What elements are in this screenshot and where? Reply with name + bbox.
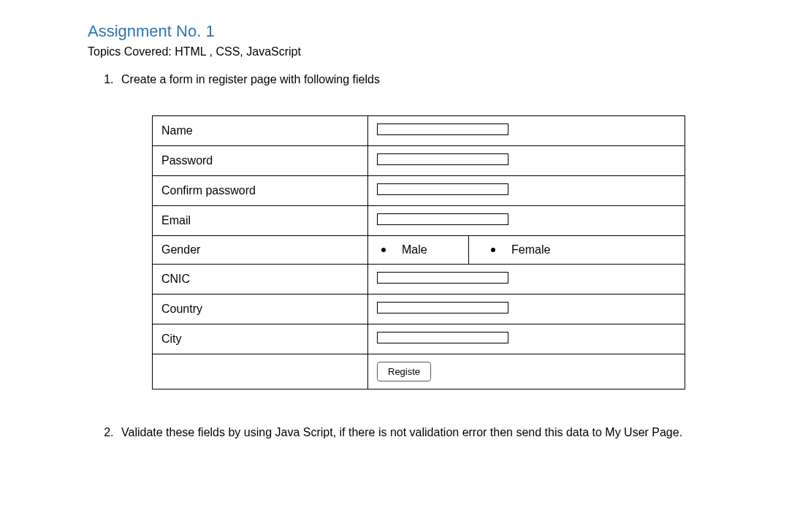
gender-option-male[interactable]: Male: [359, 236, 469, 264]
row-cnic: CNIC: [153, 265, 685, 294]
label-password: Password: [153, 146, 368, 176]
label-email: Email: [153, 206, 368, 236]
task-item-1: Create a form in register page with foll…: [117, 73, 701, 390]
task-item-2: Validate these fields by using Java Scri…: [117, 426, 701, 439]
gender-option-female[interactable]: Female: [469, 236, 559, 264]
label-gender: Gender: [153, 236, 368, 265]
assignment-heading: Assignment No. 1: [88, 22, 701, 41]
bullet-icon: [381, 248, 386, 252]
label-cnic: CNIC: [153, 265, 368, 294]
label-empty: [153, 354, 368, 390]
register-button[interactable]: Registe: [377, 362, 431, 381]
cell-email-input: [368, 206, 685, 236]
label-city: City: [153, 324, 368, 354]
form-table-wrap: Name Password Confirm password: [152, 115, 701, 390]
cell-confirm-input: [368, 176, 685, 206]
gender-female-label: Female: [511, 243, 550, 256]
email-input[interactable]: [377, 213, 508, 225]
document-page: Assignment No. 1 Topics Covered: HTML , …: [0, 0, 789, 532]
task-item-1-text: Create a form in register page with foll…: [121, 73, 380, 86]
cell-gender-options: Male Female: [368, 236, 685, 265]
cell-country-input: [368, 294, 685, 324]
label-country: Country: [153, 294, 368, 324]
cell-name-input: [368, 116, 685, 146]
label-confirm: Confirm password: [153, 176, 368, 206]
row-name: Name: [153, 116, 685, 146]
bullet-icon: [491, 248, 495, 252]
cell-city-input: [368, 324, 685, 354]
cell-password-input: [368, 146, 685, 176]
task-list: Create a form in register page with foll…: [88, 73, 701, 439]
row-register: Registe: [153, 354, 685, 390]
cell-cnic-input: [368, 265, 685, 294]
topics-line: Topics Covered: HTML , CSS, JavaScript: [88, 45, 701, 58]
cell-register: Registe: [368, 354, 685, 390]
password-input[interactable]: [377, 153, 508, 165]
country-input[interactable]: [377, 302, 508, 314]
cnic-input[interactable]: [377, 272, 508, 284]
label-name: Name: [153, 116, 368, 146]
row-confirm: Confirm password: [153, 176, 685, 206]
confirm-password-input[interactable]: [377, 183, 508, 195]
gender-male-label: Male: [402, 243, 427, 256]
row-country: Country: [153, 294, 685, 324]
row-gender: Gender Male Female: [153, 236, 685, 265]
row-password: Password: [153, 146, 685, 176]
row-city: City: [153, 324, 685, 354]
row-email: Email: [153, 206, 685, 236]
task-item-2-text: Validate these fields by using Java Scri…: [121, 426, 682, 438]
city-input[interactable]: [377, 332, 508, 343]
register-form-table: Name Password Confirm password: [152, 115, 685, 390]
name-input[interactable]: [377, 123, 508, 135]
